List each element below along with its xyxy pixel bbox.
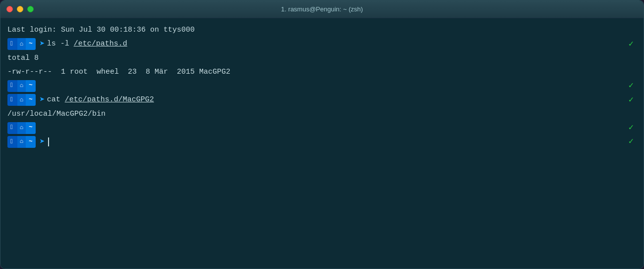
apple-icon-3: 	[7, 94, 17, 106]
minimize-button[interactable]	[17, 6, 23, 12]
cmd1-arg: /etc/paths.d	[74, 38, 127, 50]
window-title: 1. rasmus@Penguin: ~ (zsh)	[281, 5, 363, 13]
checkmark-5: ✓	[629, 135, 634, 148]
command-line-2:  ⌂ ~ ➤ cat /etc/paths.d/MacGPG2 ✓	[7, 93, 637, 107]
terminal-window: 1. rasmus@Penguin: ~ (zsh) Last login: S…	[0, 0, 644, 269]
prompt-arrow-1: ➤	[40, 37, 45, 51]
terminal-body[interactable]: Last login: Sun Jul 30 00:18:36 on ttys0…	[0, 18, 644, 269]
apple-icon: 	[7, 38, 17, 50]
cmd2-arg: /etc/paths.d/MacGPG2	[65, 94, 154, 106]
cmd2-keyword: cat	[47, 94, 65, 106]
path-output-text: /usr/local/MacGPG2/bin	[7, 108, 106, 120]
home-icon-3: ⌂	[17, 94, 26, 106]
maximize-button[interactable]	[27, 6, 34, 12]
path-output-line: /usr/local/MacGPG2/bin	[7, 107, 637, 121]
checkmark-2: ✓	[629, 79, 634, 92]
last-login-text: Last login: Sun Jul 30 00:18:36 on ttys0…	[7, 24, 195, 36]
prompt-arrow-active: ➤	[40, 135, 45, 149]
tilde-badge-3: ~	[26, 94, 36, 106]
close-button[interactable]	[6, 6, 13, 12]
prompt-badge-2:  ⌂ ~	[7, 80, 37, 92]
prompt-badge-5:  ⌂ ~	[7, 136, 37, 148]
titlebar: 1. rasmus@Penguin: ~ (zsh)	[0, 0, 644, 18]
prompt-line-3:  ⌂ ~ ✓	[7, 121, 637, 135]
file-listing-line: -rw-r--r-- 1 root wheel 23 8 Mär 2015 Ma…	[7, 65, 637, 79]
tilde-badge-2: ~	[26, 80, 36, 92]
home-icon-4: ⌂	[17, 122, 26, 134]
home-icon-2: ⌂	[17, 80, 26, 92]
window-buttons	[6, 6, 34, 12]
last-login-line: Last login: Sun Jul 30 00:18:36 on ttys0…	[7, 23, 637, 37]
file-listing-text: -rw-r--r-- 1 root wheel 23 8 Mär 2015 Ma…	[7, 66, 230, 78]
total-line: total 8	[7, 51, 637, 65]
prompt-badge-1:  ⌂ ~	[7, 38, 37, 50]
checkmark-4: ✓	[629, 121, 634, 134]
tilde-badge-5: ~	[26, 136, 36, 148]
prompt-arrow-2: ➤	[40, 93, 45, 107]
checkmark-1: ✓	[629, 38, 634, 51]
prompt-line-active[interactable]:  ⌂ ~ ➤ ✓	[7, 135, 637, 149]
checkmark-3: ✓	[629, 93, 634, 107]
prompt-badge-3:  ⌂ ~	[7, 94, 37, 106]
home-icon-1: ⌂	[17, 38, 26, 50]
prompt-line-2:  ⌂ ~ ✓	[7, 79, 637, 93]
command-line-1:  ⌂ ~ ➤ ls -l /etc/paths.d ✓	[7, 37, 637, 51]
cmd1-keyword: ls -l	[47, 38, 74, 50]
apple-icon-2: 	[7, 80, 17, 92]
total-text: total 8	[7, 52, 39, 64]
tilde-badge-1: ~	[26, 38, 36, 50]
cursor	[48, 137, 49, 146]
apple-icon-5: 	[7, 136, 17, 148]
prompt-badge-4:  ⌂ ~	[7, 122, 37, 134]
apple-icon-4: 	[7, 122, 17, 134]
tilde-badge-4: ~	[26, 122, 36, 134]
home-icon-5: ⌂	[17, 136, 26, 148]
